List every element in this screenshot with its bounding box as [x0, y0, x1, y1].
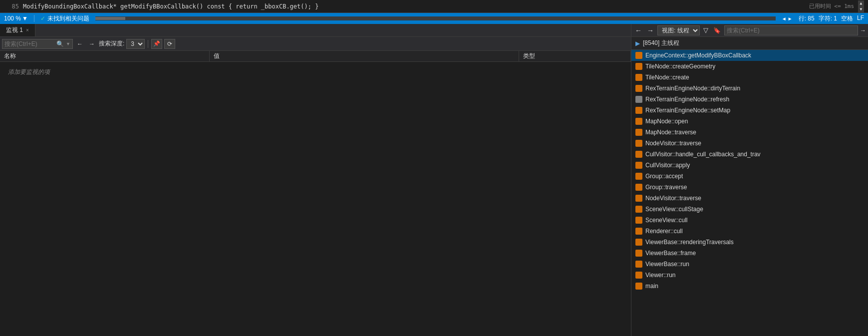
space-info: 空格 — [841, 14, 853, 23]
callstack-item[interactable]: Group::accept — [631, 171, 868, 182]
callstack-item[interactable]: RexTerrainEngineNode::dirtyTerrain — [631, 83, 868, 94]
frame-name: RexTerrainEngineNode::setMap — [645, 107, 864, 114]
no-problem-indicator: ✓ 未找到相关问题 — [40, 14, 89, 23]
frame-name: MapNode::open — [645, 118, 864, 125]
frame-name: NodeVisitor::traverse — [645, 195, 864, 202]
add-watch-hint[interactable]: 添加要监视的项 — [4, 66, 627, 78]
callstack-search-box[interactable] — [724, 25, 858, 35]
callstack-item[interactable]: TileNode::create — [631, 72, 868, 83]
watch-table-body: 添加要监视的项 — [0, 62, 631, 336]
h-scrollbar-thumb[interactable] — [95, 17, 125, 20]
watch-table-header: 名称 值 类型 — [0, 51, 631, 62]
frame-icon — [635, 283, 642, 290]
col-header-name: 名称 — [0, 51, 210, 61]
callstack-item[interactable]: CullVisitor::apply — [631, 160, 868, 171]
frame-name: TileNode::create — [645, 74, 864, 81]
h-scrollbar[interactable] — [95, 16, 776, 20]
col-header-type: 类型 — [519, 51, 631, 61]
code-content: ModifyBoundingBoxCallback* getModifyBBox… — [23, 3, 805, 10]
callstack-item[interactable]: MapNode::traverse — [631, 127, 868, 138]
watch-tab-1[interactable]: 监视 1 × — [0, 24, 35, 36]
depth-value-select[interactable]: 3 1 2 4 5 — [126, 39, 145, 49]
frame-icon — [635, 272, 642, 279]
scroll-up-arrow[interactable]: ▲ — [858, 0, 864, 6]
frame-icon — [635, 85, 642, 92]
callstack-nav-forward[interactable]: → — [645, 25, 655, 35]
frame-name: Viewer::run — [645, 272, 864, 279]
callstack-list[interactable]: EngineContext::getModifyBBoxCallbackTile… — [631, 50, 868, 336]
frame-icon — [635, 96, 642, 103]
line-number: 85 — [4, 3, 19, 10]
frame-name: Renderer::cull — [645, 228, 864, 235]
bookmark-btn[interactable]: 🔖 — [712, 26, 722, 35]
frame-icon — [635, 206, 642, 213]
scroll-down-arrow[interactable]: ▼ — [858, 6, 864, 12]
nav-forward-btn[interactable]: → — [87, 39, 97, 48]
code-bar: 85 ModifyBoundingBoxCallback* getModifyB… — [0, 0, 868, 13]
frame-name: ViewerBase::run — [645, 261, 864, 268]
watch-tab-close[interactable]: × — [26, 27, 29, 33]
callstack-item[interactable]: ViewerBase::frame — [631, 248, 868, 259]
pin-icon: 📌 — [153, 40, 160, 47]
pin-button[interactable]: 📌 — [151, 39, 162, 49]
toolbar-separator — [148, 40, 148, 48]
callstack-search-input[interactable] — [727, 27, 856, 34]
h-scroll-left[interactable]: ◄ — [782, 16, 787, 21]
view-select[interactable]: 视图: 线程 视图: 任务 — [657, 25, 700, 35]
frame-icon — [635, 250, 642, 257]
watch-tabs: 监视 1 × — [0, 24, 631, 37]
refresh-button[interactable]: ⟳ — [164, 39, 175, 49]
callstack-item[interactable]: SceneView::cullStage — [631, 204, 868, 215]
frame-icon — [635, 151, 642, 158]
frame-icon — [635, 195, 642, 202]
h-scroll-right[interactable]: ► — [788, 16, 793, 21]
callstack-search-btn[interactable]: → — [860, 27, 866, 34]
frame-name: RexTerrainEngineNode::dirtyTerrain — [645, 85, 864, 92]
callstack-item[interactable]: NodeVisitor::traverse — [631, 193, 868, 204]
callstack-panel: ← → 视图: 线程 视图: 任务 ▽ 🔖 → ▶ [8540] 主线程 Eng… — [631, 24, 868, 336]
h-scroll-arrows[interactable]: ◄ ► — [782, 16, 793, 21]
row-info: 行: 85 — [799, 14, 815, 23]
callstack-item[interactable]: Viewer::run — [631, 270, 868, 281]
zoom-dropdown-arrow[interactable]: ▼ — [22, 15, 28, 22]
status-bar: 100 % ▼ ✓ 未找到相关问题 ◄ ► 行: 85 字符: 1 空格 LF — [0, 13, 868, 24]
frame-icon — [635, 129, 642, 136]
watch-toolbar: 🔍 ▼ ← → 搜索深度: 3 1 2 4 5 📌 ⟳ — [0, 37, 631, 51]
frame-name: CullVisitor::handle_cull_callbacks_and_t… — [645, 151, 864, 158]
frame-name: ViewerBase::frame — [645, 250, 864, 257]
search-dropdown[interactable]: ▼ — [66, 41, 70, 46]
callstack-item[interactable]: ViewerBase::run — [631, 259, 868, 270]
callstack-item[interactable]: Renderer::cull — [631, 226, 868, 237]
v-scroll-arrows[interactable]: ▲ ▼ — [858, 0, 864, 12]
watch-search-input[interactable] — [4, 40, 54, 47]
callstack-item[interactable]: NodeVisitor::traverse — [631, 138, 868, 149]
callstack-item[interactable]: ViewerBase::renderingTraversals — [631, 237, 868, 248]
frame-icon — [635, 228, 642, 235]
callstack-item[interactable]: RexTerrainEngineNode::refresh — [631, 94, 868, 105]
frame-name: RexTerrainEngineNode::refresh — [645, 96, 864, 103]
frame-icon — [635, 239, 642, 246]
filter-icon-btn[interactable]: ▽ — [702, 25, 710, 35]
frame-icon — [635, 63, 642, 70]
callstack-item[interactable]: Group::traverse — [631, 182, 868, 193]
watch-table-content: 添加要监视的项 — [0, 62, 631, 82]
callstack-item[interactable]: RexTerrainEngineNode::setMap — [631, 105, 868, 116]
callstack-item[interactable]: MapNode::open — [631, 116, 868, 127]
callstack-item[interactable]: TileNode::createGeometry — [631, 61, 868, 72]
frame-name: EngineContext::getModifyBBoxCallback — [645, 52, 864, 59]
callstack-nav-back[interactable]: ← — [633, 25, 643, 35]
encoding-info: LF — [857, 14, 864, 23]
nav-back-btn[interactable]: ← — [75, 39, 85, 48]
callstack-item[interactable]: CullVisitor::handle_cull_callbacks_and_t… — [631, 149, 868, 160]
callstack-toolbar: ← → 视图: 线程 视图: 任务 ▽ 🔖 → — [631, 24, 868, 37]
zoom-control[interactable]: 100 % ▼ — [4, 15, 28, 22]
watch-search-box[interactable]: 🔍 ▼ — [2, 39, 73, 49]
frame-icon — [635, 74, 642, 81]
search-icon[interactable]: 🔍 — [56, 40, 64, 47]
main-layout: 监视 1 × 🔍 ▼ ← → 搜索深度: 3 1 2 4 5 — [0, 24, 868, 336]
callstack-item[interactable]: EngineContext::getModifyBBoxCallback — [631, 50, 868, 61]
callstack-item[interactable]: main — [631, 281, 868, 292]
callstack-item[interactable]: SceneView::cull — [631, 215, 868, 226]
separator — [34, 15, 34, 22]
frame-icon — [635, 173, 642, 180]
